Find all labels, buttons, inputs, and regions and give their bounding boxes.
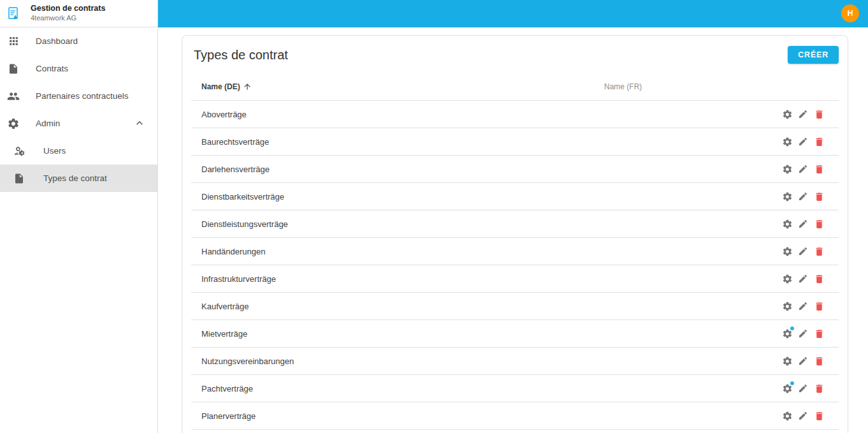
topbar: H (158, 0, 868, 27)
row-settings-button[interactable] (781, 163, 793, 175)
sidebar-item-label: Contrats (36, 64, 68, 73)
sidebar-item-label: Partenaires contractuels (36, 91, 129, 101)
row-edit-button[interactable] (797, 163, 809, 175)
row-settings-button[interactable] (781, 108, 793, 120)
row-name-de: Infrastrukturverträge (191, 274, 604, 284)
row-settings-button[interactable] (781, 273, 793, 284)
sidebar-item-label: Types de contrat (43, 173, 107, 183)
app-logo-icon (5, 5, 22, 22)
sort-ascending-icon (243, 82, 252, 91)
settings-badge-dot (790, 326, 795, 331)
row-name-de: Planerverträge (191, 411, 604, 421)
sidebar-item-dashboard[interactable]: Dashboard (0, 27, 157, 55)
file-icon (6, 62, 20, 76)
row-settings-button[interactable] (781, 218, 793, 230)
row-settings-button[interactable] (781, 300, 793, 312)
sidebar-item-admin[interactable]: Admin (0, 110, 157, 137)
column-header-name-de[interactable]: Name (DE) (191, 82, 604, 91)
row-delete-button[interactable] (813, 273, 825, 284)
table-row[interactable]: Planerverträge (191, 402, 839, 430)
table-row[interactable]: Baurechtsverträge (191, 128, 839, 156)
row-actions (781, 328, 839, 339)
column-header-label: Name (DE) (201, 82, 240, 91)
row-delete-button[interactable] (813, 328, 825, 339)
table-row[interactable]: Infrastrukturverträge (191, 265, 839, 293)
row-delete-button[interactable] (813, 355, 825, 367)
row-edit-button[interactable] (797, 300, 809, 312)
row-edit-button[interactable] (797, 108, 809, 120)
table-row[interactable]: Dienstbarkeitsverträge (191, 183, 839, 210)
row-delete-button[interactable] (813, 246, 825, 257)
row-edit-button[interactable] (797, 410, 809, 422)
row-actions (781, 410, 839, 422)
row-actions (781, 300, 839, 312)
gear-icon (6, 117, 20, 131)
sidebar-item-users[interactable]: Users (0, 137, 157, 165)
row-delete-button[interactable] (813, 218, 825, 230)
sidebar-item-contrats[interactable]: Contrats (0, 55, 157, 82)
sidebar-item-types-de-contrat[interactable]: Types de contrat (0, 165, 157, 192)
table-row[interactable]: Dienstleistungsverträge (191, 210, 839, 238)
sidebar-item-partenaires[interactable]: Partenaires contractuels (0, 82, 157, 110)
row-edit-button[interactable] (797, 383, 809, 394)
row-edit-button[interactable] (797, 328, 809, 339)
row-delete-button[interactable] (813, 300, 825, 312)
row-settings-button[interactable] (781, 383, 793, 394)
chevron-up-icon[interactable] (133, 117, 146, 129)
row-delete-button[interactable] (813, 191, 825, 202)
table-row[interactable]: Kaufverträge (191, 293, 839, 320)
sidebar-item-label: Admin (36, 119, 60, 128)
table-row[interactable]: Darlehensverträge (191, 156, 839, 183)
row-delete-button[interactable] (813, 410, 825, 422)
page-title: Types de contrat (194, 46, 288, 62)
row-delete-button[interactable] (813, 136, 825, 147)
row-name-de: Nutzungsvereinbarungen (191, 356, 604, 366)
row-name-de: Mietverträge (191, 329, 604, 339)
row-delete-button[interactable] (813, 163, 825, 175)
row-name-de: Baurechtsverträge (191, 137, 604, 147)
contract-types-table: Name (DE) Name (FR) Aboverträge (191, 73, 839, 430)
table-header-row: Name (DE) Name (FR) (191, 73, 839, 101)
row-edit-button[interactable] (797, 191, 809, 202)
people-icon (6, 89, 20, 103)
row-delete-button[interactable] (813, 108, 825, 120)
row-name-de: Dienstbarkeitsverträge (191, 192, 604, 202)
row-actions (781, 218, 839, 230)
apps-icon (6, 34, 20, 48)
row-edit-button[interactable] (797, 246, 809, 257)
column-header-name-fr[interactable]: Name (FR) (604, 82, 839, 91)
row-settings-button[interactable] (781, 410, 793, 422)
row-settings-button[interactable] (781, 246, 793, 257)
row-actions (781, 108, 839, 120)
row-edit-button[interactable] (797, 355, 809, 367)
row-settings-button[interactable] (781, 328, 793, 339)
row-settings-button[interactable] (781, 355, 793, 367)
table-row[interactable]: Pachtverträge (191, 375, 839, 402)
sidebar-item-label: Users (43, 146, 66, 156)
create-button[interactable]: CRÉER (788, 46, 839, 64)
row-edit-button[interactable] (797, 273, 809, 284)
table-row[interactable]: Handänderungen (191, 238, 839, 265)
row-actions (781, 136, 839, 147)
row-delete-button[interactable] (813, 383, 825, 394)
app-header: Gestion de contrats 4teamwork AG (0, 0, 157, 27)
row-name-de: Aboverträge (191, 110, 604, 119)
user-avatar[interactable]: H (841, 4, 859, 22)
row-name-de: Dienstleistungsverträge (191, 219, 604, 229)
row-name-de: Pachtverträge (191, 384, 604, 393)
row-edit-button[interactable] (797, 136, 809, 147)
table-row[interactable]: Aboverträge (191, 101, 839, 128)
row-settings-button[interactable] (781, 136, 793, 147)
row-actions (781, 163, 839, 175)
user-gear-icon (12, 144, 26, 158)
main-content: Types de contrat CRÉER Name (DE) Name (F… (158, 27, 868, 433)
file-icon (12, 172, 26, 186)
table-row[interactable]: Mietverträge (191, 320, 839, 348)
row-edit-button[interactable] (797, 218, 809, 230)
row-name-de: Kaufverträge (191, 302, 604, 311)
sidebar-item-label: Dashboard (36, 36, 78, 46)
row-actions (781, 191, 839, 202)
table-body: Aboverträge Baurechtsverträge (191, 101, 839, 430)
row-settings-button[interactable] (781, 191, 793, 202)
table-row[interactable]: Nutzungsvereinbarungen (191, 348, 839, 375)
